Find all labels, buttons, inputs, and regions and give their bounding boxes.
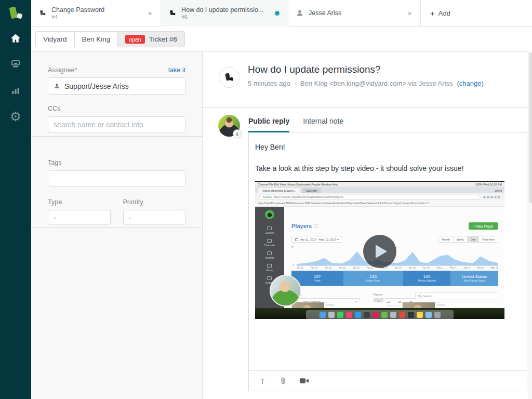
- ticket-properties-panel: Assignee* take it Support/Jesse Ariss CC…: [31, 52, 203, 399]
- players-heading: Players: [291, 223, 312, 229]
- dock-app-icon: [355, 312, 361, 318]
- period-button: Month: [438, 236, 453, 242]
- app-rail: ⚙: [0, 0, 31, 399]
- breadcrumb-requester[interactable]: Ben King: [75, 32, 118, 47]
- person-icon: [235, 131, 240, 136]
- tags-input[interactable]: [48, 170, 185, 187]
- admin-gear-icon[interactable]: ⚙: [5, 109, 26, 124]
- browser-tab: Calendly: [302, 188, 321, 193]
- sidebar-item-label: Content: [265, 231, 274, 234]
- x-axis-label: May 2: [436, 267, 443, 269]
- priority-select[interactable]: -: [123, 210, 186, 225]
- browser-tab-strip: Video Marketing & Sales... Calendly Davi…: [255, 187, 504, 193]
- scrollbar[interactable]: [528, 51, 532, 399]
- tab-internal-note[interactable]: Internal note: [303, 117, 343, 132]
- browser-tab: Video Marketing & Sales...: [258, 188, 300, 193]
- period-button: Day: [468, 236, 480, 242]
- dock-app-icon: [337, 312, 343, 318]
- person-icon: [296, 9, 304, 17]
- tab-ticket-number: #4: [51, 14, 140, 20]
- breadcrumb-org[interactable]: Vidyard: [36, 32, 75, 47]
- ticket-header: How do I update permissions? 5 minutes a…: [203, 52, 532, 108]
- reports-icon[interactable]: [5, 83, 26, 98]
- text-format-icon[interactable]: T: [257, 376, 268, 386]
- stat-label: Most Popular Region: [463, 280, 485, 282]
- x-axis-label: May 8: [477, 267, 483, 269]
- stats-segment: 135Unique Views: [343, 271, 403, 286]
- add-tab-button[interactable]: + Add: [421, 0, 460, 26]
- tab-title: Jesse Ariss: [309, 9, 400, 17]
- tab-public-reply[interactable]: Public reply: [248, 117, 289, 132]
- stat-label: Unique Views: [366, 280, 380, 282]
- agent-role-badge: [233, 129, 242, 138]
- take-it-link[interactable]: take it: [168, 66, 185, 74]
- zendesk-app: ⚙ Change Password #4 × How do I update p…: [0, 0, 532, 399]
- stat-value: 157: [314, 274, 321, 279]
- period-button: Real-time: [479, 236, 498, 242]
- x-axis-label: Apr 16: [325, 267, 331, 269]
- ticket-tab-change-password[interactable]: Change Password #4 ×: [31, 0, 161, 26]
- ccs-label: CCs: [48, 105, 60, 112]
- period-button: Week: [454, 236, 468, 242]
- change-link[interactable]: (change): [457, 79, 483, 87]
- home-icon[interactable]: [5, 31, 26, 46]
- composer-editor[interactable]: Hey Ben! Take a look at this step by ste…: [249, 132, 527, 370]
- sidebar-item-icon: [267, 251, 272, 255]
- type-select[interactable]: -: [48, 210, 111, 225]
- x-axis-label: Apr 28: [409, 267, 416, 269]
- tab-bar: Change Password #4 × How do I update per…: [31, 0, 532, 26]
- vidyard-tab-icon: [168, 9, 177, 17]
- close-icon[interactable]: ×: [144, 8, 155, 19]
- video-camera-icon[interactable]: [299, 376, 309, 386]
- breadcrumb-ticket[interactable]: open Ticket #6: [118, 32, 184, 47]
- bookmarks-bar: Apps TribeHR Investment BDR Performance …: [255, 201, 504, 207]
- video-stats-bar: 157Views135Unique Views100Minutes Watche…: [291, 271, 498, 286]
- vidyard-logo-icon: [223, 71, 235, 84]
- ticket-subject: How do I update permissions?: [248, 64, 484, 75]
- video-sidebar-item: Channels: [264, 239, 275, 247]
- url-bar: Secure https://secure.vidyard.com/organi…: [259, 195, 481, 200]
- views-icon[interactable]: [5, 57, 26, 72]
- stats-segment: United StatesMost Popular Region: [450, 271, 498, 286]
- dock-app-icon: [328, 312, 335, 318]
- embedded-video-thumbnail[interactable]: Chrome File Edit View History Bookmarks …: [255, 181, 504, 319]
- x-axis-label: May 4: [450, 267, 456, 269]
- tags-label: Tags: [48, 159, 61, 166]
- user-tab-jesse-ariss[interactable]: Jesse Ariss ×: [288, 0, 421, 26]
- tab-ticket-number: #6: [181, 14, 270, 20]
- x-axis-label: Apr 26: [395, 267, 402, 269]
- dock-app-icon: [434, 312, 441, 318]
- sidebar-item-icon: [267, 264, 272, 268]
- unsaved-changes-dot: [275, 11, 280, 16]
- stat-value: United States: [462, 274, 487, 279]
- agent-avatar: [218, 115, 240, 137]
- conversation: Public reply Internal note Hey Ben! Take…: [203, 108, 532, 391]
- assignee-field[interactable]: Support/Jesse Ariss: [48, 77, 185, 95]
- stat-value: 100: [423, 274, 430, 279]
- tab-title: How do I update permissio...: [181, 6, 270, 14]
- breadcrumb: Vidyard Ben King open Ticket #6: [35, 31, 185, 47]
- video-app-sidebar-items: ContentChannelsInsightsGroupSearch: [264, 222, 275, 284]
- scrollbar-thumb[interactable]: [529, 52, 532, 203]
- vidyard-tab-icon: [38, 9, 47, 17]
- close-icon[interactable]: ×: [404, 8, 415, 19]
- play-button-icon[interactable]: [363, 235, 396, 268]
- video-sidebar-item: Content: [264, 227, 275, 234]
- x-axis-label: Apr 20: [353, 267, 360, 269]
- attachment-icon[interactable]: [278, 376, 288, 386]
- ccs-input[interactable]: [48, 116, 185, 132]
- ticket-tab-update-permissions-active[interactable]: How do I update permissio... #6: [161, 0, 288, 26]
- dock-app-icon: [373, 312, 379, 318]
- composer-tabs: Public reply Internal note: [248, 114, 527, 132]
- dock-app-icon: [364, 312, 370, 318]
- dock-app-icon: [320, 312, 326, 318]
- reply-composer: Public reply Internal note Hey Ben! Take…: [248, 114, 527, 391]
- x-axis-label: Apr 18: [339, 267, 345, 269]
- plus-icon: +: [430, 9, 435, 18]
- ticket-pane: How do I update permissions? 5 minutes a…: [203, 52, 532, 399]
- desktop-background-band: [255, 308, 504, 319]
- vidyard-logo-icon[interactable]: [0, 0, 31, 27]
- tags-section: Tags Type - Priority -: [31, 137, 202, 228]
- dock-app-icon: [390, 312, 396, 318]
- sidebar-item-icon: [267, 239, 272, 243]
